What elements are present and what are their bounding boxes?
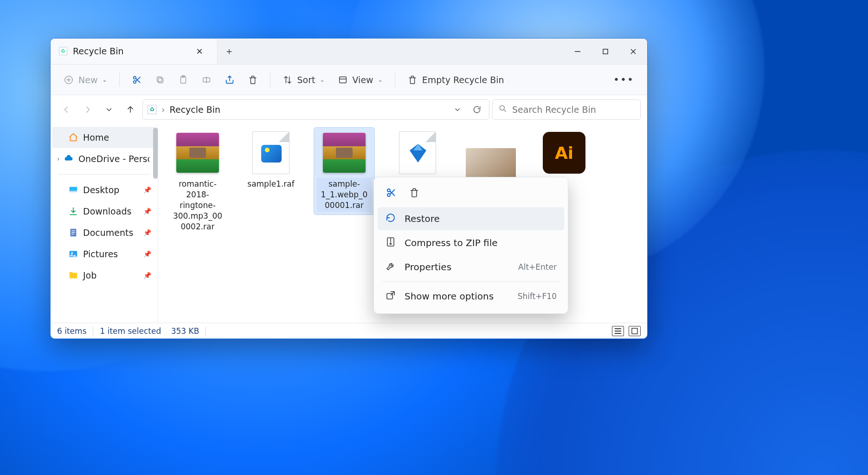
popout-icon	[385, 290, 396, 303]
maximize-button[interactable]	[592, 39, 619, 64]
address-dropdown-button[interactable]	[450, 102, 465, 117]
recycle-bin-icon: ♻	[59, 47, 67, 55]
back-button[interactable]	[57, 100, 76, 119]
onedrive-icon	[64, 154, 74, 164]
new-button[interactable]: New ⌄	[59, 70, 112, 90]
svg-point-20	[500, 105, 504, 110]
details-view-button[interactable]	[612, 326, 624, 336]
recent-button[interactable]	[100, 100, 118, 119]
trash-icon	[248, 75, 258, 85]
sidebar-item-onedrive[interactable]: › OneDrive - Personal	[52, 148, 156, 169]
copy-button[interactable]	[150, 70, 170, 90]
sort-icon	[283, 75, 293, 85]
share-button[interactable]	[220, 70, 239, 90]
search-input[interactable]	[512, 104, 635, 115]
trash-icon	[407, 75, 418, 85]
explorer-window: ♻ Recycle Bin ✕ ＋ New ⌄	[50, 38, 648, 339]
context-label: Compress to ZIP file	[405, 237, 498, 248]
chevron-down-icon: ⌄	[102, 77, 107, 83]
plus-circle-icon	[64, 75, 74, 85]
sidebar-item-pictures[interactable]: Pictures 📌	[52, 243, 156, 265]
sidebar-item-documents[interactable]: Documents 📌	[52, 222, 156, 243]
status-size: 353 KB	[171, 326, 199, 336]
pictures-icon	[68, 249, 78, 259]
home-icon	[68, 132, 78, 143]
svg-rect-38	[632, 328, 637, 334]
sidebar-item-job[interactable]: Job 📌	[52, 265, 156, 286]
sidebar-item-downloads[interactable]: Downloads 📌	[52, 201, 156, 222]
svg-point-36	[390, 243, 392, 244]
new-label: New	[78, 75, 97, 85]
sidebar-label: Job	[83, 270, 96, 280]
sidebar-label: OneDrive - Personal	[78, 154, 149, 164]
sidebar: Home › OneDrive - Personal Desktop 📌	[51, 124, 158, 323]
file-item[interactable]: sample1.raf	[241, 128, 301, 193]
pin-icon: 📌	[143, 186, 151, 194]
empty-recycle-bin-button[interactable]: Empty Recycle Bin	[403, 70, 509, 90]
more-button[interactable]: •••	[609, 70, 639, 90]
titlebar: ♻ Recycle Bin ✕ ＋	[51, 39, 647, 65]
pin-icon: 📌	[143, 229, 151, 236]
address-bar[interactable]: ♻ › Recycle Bin	[142, 99, 489, 120]
rename-button[interactable]	[197, 70, 216, 90]
ellipsis-icon: •••	[613, 74, 634, 85]
sidebar-label: Desktop	[83, 185, 119, 195]
context-restore[interactable]: Restore	[378, 207, 564, 230]
minimize-button[interactable]	[564, 39, 592, 64]
context-cut-button[interactable]	[381, 184, 401, 202]
tab-close-button[interactable]: ✕	[192, 44, 207, 59]
undo-icon	[385, 212, 396, 226]
svg-rect-26	[71, 232, 75, 233]
clipboard-icon	[178, 75, 188, 85]
search-box[interactable]	[492, 99, 641, 120]
svg-line-21	[504, 110, 506, 112]
sidebar-item-desktop[interactable]: Desktop 📌	[52, 179, 156, 201]
refresh-button[interactable]	[469, 102, 484, 117]
large-icons-view-button[interactable]	[629, 326, 641, 336]
delete-button[interactable]	[243, 70, 263, 90]
cut-button[interactable]	[127, 70, 147, 90]
context-properties[interactable]: Properties Alt+Enter	[378, 255, 564, 279]
view-icon	[338, 75, 348, 85]
sidebar-label: Downloads	[83, 206, 131, 216]
tab-recycle-bin[interactable]: ♻ Recycle Bin ✕	[51, 39, 218, 64]
context-label: Properties	[405, 261, 451, 273]
close-button[interactable]	[619, 39, 647, 64]
navbar: ♻ › Recycle Bin	[51, 95, 647, 124]
file-item[interactable]	[387, 128, 448, 181]
file-item[interactable]: Ai	[534, 128, 594, 181]
svg-rect-23	[70, 191, 77, 192]
desktop-icon	[68, 185, 78, 195]
file-item[interactable]: romantic-2018-ringtone-300.mp3_000002.ra…	[167, 128, 228, 236]
documents-icon	[68, 228, 78, 238]
rename-icon	[201, 75, 212, 85]
file-item-selected[interactable]: sample-1_1.webp_000001.rar	[314, 128, 374, 215]
chevron-right-icon: ›	[161, 104, 165, 115]
pin-icon: 📌	[143, 208, 151, 215]
sidebar-scrollbar[interactable]	[153, 128, 158, 179]
breadcrumb-location[interactable]: Recycle Bin	[170, 104, 221, 115]
pin-icon: 📌	[143, 250, 151, 258]
file-name: sample1.raf	[244, 178, 298, 190]
context-menu: Restore Compress to ZIP file Properties …	[373, 177, 568, 314]
new-tab-button[interactable]: ＋	[218, 39, 241, 64]
context-compress[interactable]: Compress to ZIP file	[378, 231, 564, 254]
context-label: Restore	[405, 213, 440, 224]
sort-button[interactable]: Sort ⌄	[278, 70, 329, 90]
forward-button[interactable]	[78, 100, 97, 119]
view-button[interactable]: View ⌄	[333, 70, 387, 90]
paste-button[interactable]	[174, 70, 193, 90]
chevron-down-icon: ⌄	[320, 77, 324, 83]
up-button[interactable]	[121, 100, 140, 119]
context-delete-button[interactable]	[405, 184, 424, 202]
sidebar-item-home[interactable]: Home	[52, 127, 156, 148]
context-more-options[interactable]: Show more options Shift+F10	[378, 285, 564, 308]
context-shortcut: Alt+Enter	[518, 262, 557, 272]
file-name: romantic-2018-ringtone-300.mp3_000002.ra…	[170, 178, 225, 233]
recycle-bin-icon: ♻	[148, 105, 157, 114]
view-label: View	[353, 75, 373, 85]
sort-label: Sort	[297, 75, 315, 85]
status-selected: 1 item selected	[100, 326, 161, 336]
svg-rect-12	[157, 77, 161, 81]
window-controls	[564, 39, 647, 64]
